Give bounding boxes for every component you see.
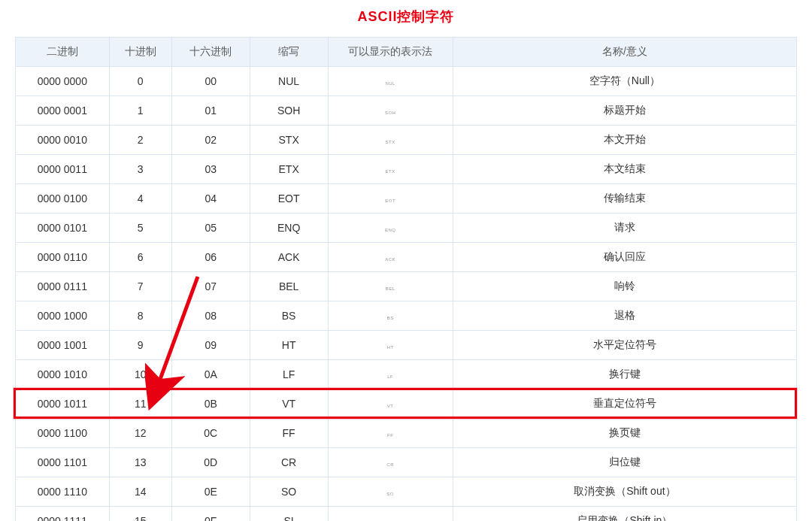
cell-decimal: 2 — [109, 126, 171, 155]
cell-meaning: 换行键 — [453, 360, 796, 389]
cell-binary: 0000 0111 — [16, 272, 110, 301]
table-row: 0000 0100404EOTEOT传输结束 — [16, 184, 797, 214]
cell-display: SOH — [328, 96, 453, 126]
table-row: 0000 1111150FSISI启用变换（Shift in） — [16, 507, 797, 522]
cell-binary: 0000 0010 — [16, 126, 110, 155]
cell-hex: 07 — [171, 272, 250, 301]
cell-binary: 0000 1011 — [16, 389, 110, 419]
cell-binary: 0000 1101 — [16, 448, 110, 477]
cell-display: EOT — [328, 184, 453, 214]
table-row: 0000 0010202STXSTX本文开始 — [16, 126, 797, 155]
cell-hex: 0A — [171, 360, 250, 389]
cell-decimal: 15 — [109, 507, 171, 522]
cell-abbr: HT — [250, 331, 328, 360]
cell-hex: 05 — [171, 214, 250, 243]
display-glyph: ETX — [386, 169, 395, 174]
cell-decimal: 8 — [109, 301, 171, 331]
cell-abbr: LF — [250, 360, 328, 389]
cell-display: SO — [328, 477, 453, 507]
cell-decimal: 7 — [109, 272, 171, 301]
cell-decimal: 11 — [109, 389, 171, 419]
cell-binary: 0000 0101 — [16, 214, 110, 243]
cell-meaning: 取消变换（Shift out） — [453, 477, 796, 507]
cell-abbr: VT — [250, 389, 328, 419]
cell-decimal: 13 — [109, 448, 171, 477]
display-glyph: SO — [386, 492, 394, 496]
cell-meaning: 标题开始 — [453, 96, 796, 126]
cell-binary: 0000 1110 — [16, 477, 110, 507]
cell-decimal: 9 — [109, 331, 171, 360]
cell-meaning: 空字符（Null） — [453, 67, 796, 96]
cell-display: ACK — [328, 243, 453, 272]
cell-decimal: 10 — [109, 360, 171, 389]
table-row: 0000 0101505ENQENQ请求 — [16, 214, 797, 243]
display-glyph: HT — [387, 345, 394, 350]
cell-meaning: 请求 — [453, 214, 796, 243]
cell-meaning: 本文结束 — [453, 155, 796, 184]
cell-binary: 0000 0100 — [16, 184, 110, 214]
cell-abbr: SOH — [250, 96, 328, 126]
cell-hex: 09 — [171, 331, 250, 360]
cell-hex: 03 — [171, 155, 250, 184]
page-title: ASCII控制字符 — [15, 8, 797, 26]
table-row: 0000 1010100ALFLF换行键 — [16, 360, 797, 389]
cell-binary: 0000 1010 — [16, 360, 110, 389]
cell-decimal: 12 — [109, 419, 171, 448]
cell-display: LF — [328, 360, 453, 389]
cell-binary: 0000 0000 — [16, 67, 110, 96]
cell-meaning: 水平定位符号 — [453, 331, 796, 360]
cell-abbr: BEL — [250, 272, 328, 301]
cell-abbr: ENQ — [250, 214, 328, 243]
cell-decimal: 14 — [109, 477, 171, 507]
cell-hex: 0F — [171, 507, 250, 522]
col-hex: 十六进制 — [171, 38, 250, 67]
cell-decimal: 6 — [109, 243, 171, 272]
display-glyph: LF — [387, 374, 393, 379]
cell-binary: 0000 1111 — [16, 507, 110, 522]
cell-display: HT — [328, 331, 453, 360]
cell-decimal: 0 — [109, 67, 171, 96]
table-row: 0000 0000000NULNUL空字符（Null） — [16, 67, 797, 96]
col-meaning: 名称/意义 — [453, 38, 796, 67]
cell-decimal: 3 — [109, 155, 171, 184]
cell-meaning: 启用变换（Shift in） — [453, 507, 796, 522]
cell-display: ENQ — [328, 214, 453, 243]
cell-display: BS — [328, 301, 453, 331]
cell-display: VT — [328, 389, 453, 419]
table-row: 0000 1100120CFFFF换页键 — [16, 419, 797, 448]
cell-display: ETX — [328, 155, 453, 184]
cell-hex: 0E — [171, 477, 250, 507]
display-glyph: ENQ — [385, 228, 396, 232]
table-row: 0000 1000808BSBS退格 — [16, 301, 797, 331]
cell-meaning: 确认回应 — [453, 243, 796, 272]
cell-hex: 0C — [171, 419, 250, 448]
table-row: 0000 0011303ETXETX本文结束 — [16, 155, 797, 184]
cell-hex: 08 — [171, 301, 250, 331]
cell-meaning: 换页键 — [453, 419, 796, 448]
cell-binary: 0000 0011 — [16, 155, 110, 184]
cell-abbr: FF — [250, 419, 328, 448]
cell-display: FF — [328, 419, 453, 448]
cell-abbr: ACK — [250, 243, 328, 272]
cell-abbr: BS — [250, 301, 328, 331]
cell-abbr: NUL — [250, 67, 328, 96]
display-glyph: FF — [387, 433, 393, 438]
cell-abbr: EOT — [250, 184, 328, 214]
display-glyph: EOT — [385, 198, 395, 203]
cell-decimal: 5 — [109, 214, 171, 243]
table-header-row: 二进制 十进制 十六进制 缩写 可以显示的表示法 名称/意义 — [16, 38, 797, 67]
table-row: 0000 0001101SOHSOH标题开始 — [16, 96, 797, 126]
cell-display: SI — [328, 507, 453, 522]
col-decimal: 十进制 — [109, 38, 171, 67]
cell-binary: 0000 1000 — [16, 301, 110, 331]
table-row: 0000 0111707BELBEL响铃 — [16, 272, 797, 301]
display-glyph: BS — [387, 316, 394, 320]
cell-meaning: 传输结束 — [453, 184, 796, 214]
cell-display: CR — [328, 448, 453, 477]
display-glyph: BEL — [386, 286, 395, 291]
cell-decimal: 4 — [109, 184, 171, 214]
cell-binary: 0000 1001 — [16, 331, 110, 360]
cell-meaning: 退格 — [453, 301, 796, 331]
cell-display: NUL — [328, 67, 453, 96]
cell-binary: 0000 0110 — [16, 243, 110, 272]
